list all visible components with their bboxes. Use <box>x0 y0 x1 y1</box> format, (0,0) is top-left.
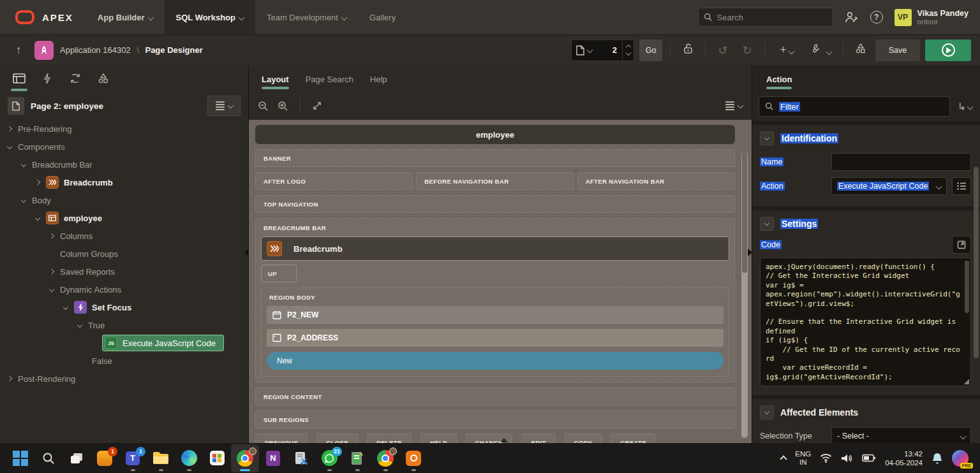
button-copy[interactable]: COPY <box>565 433 602 443</box>
tree-node-false[interactable]: False <box>0 352 248 370</box>
breadcrumb-app[interactable]: Application 164302 <box>60 45 131 55</box>
tree-menu-button[interactable] <box>207 96 241 116</box>
chrome-active-button[interactable] <box>231 444 259 472</box>
tab-page-shared-components[interactable] <box>92 66 115 91</box>
notification-bell-icon[interactable] <box>932 452 943 465</box>
go-button[interactable]: Go <box>639 40 662 61</box>
slot-region-content[interactable]: REGION CONTENT <box>255 388 735 405</box>
code-editor[interactable]: apex.jQuery(document).ready(function() {… <box>760 258 971 386</box>
page-region-header[interactable]: employee <box>255 125 735 144</box>
tree-node-set-focus[interactable]: Set Focus <box>0 298 248 316</box>
tree-node-post-rendering[interactable]: Post-Rendering <box>0 370 248 388</box>
property-filter-input[interactable]: Filter <box>759 96 950 117</box>
start-button[interactable] <box>6 444 34 472</box>
tree-node-components[interactable]: Components <box>0 138 248 156</box>
go-to-selection-button[interactable]: ↳ <box>958 101 972 113</box>
slot-region-body[interactable]: REGION BODY P2_NEW P2_ADDRESS New <box>261 287 729 377</box>
undo-icon[interactable]: ↺ <box>713 43 732 57</box>
onenote-button[interactable]: N <box>259 444 287 472</box>
snipping-tool-button[interactable] <box>287 444 315 472</box>
zoom-in-icon[interactable] <box>278 101 288 112</box>
help-icon[interactable]: ? <box>870 11 883 24</box>
taskbar-search[interactable] <box>34 444 63 472</box>
slot-after-logo[interactable]: AFTER LOGO <box>255 172 413 190</box>
tree-node-pre-rendering[interactable]: Pre-Rendering <box>0 120 248 138</box>
file-explorer-button[interactable] <box>147 444 175 472</box>
shared-components-icon[interactable] <box>851 43 870 57</box>
spin-up-icon[interactable] <box>625 45 630 50</box>
volume-icon[interactable] <box>841 453 853 463</box>
green-doc-app-button[interactable] <box>343 444 371 472</box>
clock[interactable]: 13:4204-05-2024 <box>885 449 923 467</box>
tree-node-columns[interactable]: Columns <box>0 227 248 245</box>
new-region-item[interactable]: New <box>267 352 724 370</box>
button-edit[interactable]: EDIT <box>521 433 555 443</box>
user-menu[interactable]: VP Vikas Pandey ontoor <box>895 9 969 26</box>
tab-rendering[interactable] <box>8 66 31 91</box>
copilot-icon[interactable]: PRE <box>952 450 969 467</box>
tab-dynamic-actions[interactable] <box>36 66 59 91</box>
global-search[interactable] <box>698 8 833 27</box>
zoom-out-icon[interactable] <box>258 101 269 112</box>
slot-banner[interactable]: BANNER <box>255 149 735 167</box>
breadcrumb-region[interactable]: Breadcrumb <box>261 236 729 261</box>
property-panel-scrollbar[interactable] <box>974 167 979 358</box>
create-menu-button[interactable]: + <box>773 43 801 57</box>
button-help[interactable]: HELP <box>420 433 457 443</box>
button-previous[interactable]: PREVIOUS <box>255 433 308 443</box>
breadcrumb-entry-up[interactable]: UP <box>261 265 297 282</box>
mail-app-button[interactable]: 1 <box>91 444 119 472</box>
layout-menu-button[interactable] <box>725 96 743 116</box>
battery-icon[interactable] <box>862 454 876 462</box>
quick-pick-button[interactable] <box>952 177 971 195</box>
slot-top-navigation[interactable]: TOP NAVIGATION <box>255 195 735 213</box>
wifi-icon[interactable] <box>820 453 832 463</box>
tab-processing[interactable] <box>64 66 87 91</box>
code-content[interactable]: apex.jQuery(document).ready(function() {… <box>761 258 970 386</box>
utilities-menu-button[interactable] <box>806 43 835 57</box>
tree-node-true[interactable]: True <box>0 316 248 334</box>
button-create[interactable]: CREATE <box>611 433 656 443</box>
nav-gallery[interactable]: Gallery <box>358 0 407 34</box>
application-icon[interactable] <box>34 41 54 60</box>
slot-after-navigation-bar[interactable]: AFTER NAVIGATION BAR <box>577 172 735 190</box>
page-number-stepper[interactable] <box>622 40 634 61</box>
save-button[interactable]: Save <box>875 40 920 61</box>
button-delete[interactable]: DELETE <box>367 433 412 443</box>
collapse-section-button[interactable] <box>760 131 774 145</box>
collapse-section-button[interactable] <box>760 217 774 231</box>
tree-node-dynamic-actions[interactable]: Dynamic Actions <box>0 280 248 298</box>
code-resize-handle[interactable] <box>964 379 969 384</box>
lock-icon[interactable] <box>678 43 697 57</box>
page-item-p2-address[interactable]: P2_ADDRESS <box>267 329 724 347</box>
collapse-section-button[interactable] <box>760 405 774 419</box>
code-scrollbar[interactable] <box>965 261 969 313</box>
tree-node-breadcrumb-bar[interactable]: Breadcrumb Bar <box>0 156 248 173</box>
tree-node-execute-js[interactable]: JS Execute JavaScript Code <box>0 334 248 352</box>
tab-layout[interactable]: Layout <box>262 75 289 92</box>
tree-node-column-groups[interactable]: Column Groups <box>0 245 248 263</box>
name-field[interactable] <box>831 153 971 171</box>
admin-tools-icon[interactable] <box>845 11 859 24</box>
tree-node-saved-reports[interactable]: Saved Reports <box>0 263 248 280</box>
whatsapp-button[interactable]: 21 <box>315 444 343 472</box>
slot-before-navigation-bar[interactable]: BEFORE NAVIGATION BAR <box>416 172 574 190</box>
apex-brand[interactable]: APEX <box>0 0 86 34</box>
slot-breadcrumb-bar[interactable]: BREADCRUMB BAR Breadcrumb UP REGION BODY… <box>255 218 735 382</box>
action-select[interactable]: Execute JavaScript Code <box>831 177 947 195</box>
slot-sub-regions[interactable]: SUB REGIONS <box>255 411 735 428</box>
spin-down-icon[interactable] <box>625 50 630 55</box>
expand-icon[interactable] <box>312 101 322 111</box>
screen-recorder-button[interactable] <box>399 444 427 472</box>
selection-type-select[interactable]: - Select - <box>831 427 971 443</box>
language-indicator[interactable]: ENGIN <box>795 450 811 467</box>
tree-node-employee[interactable]: employee <box>0 209 248 227</box>
edge-button[interactable] <box>175 444 203 472</box>
tab-action[interactable]: Action <box>766 75 792 92</box>
button-close[interactable]: CLOSE <box>316 433 358 443</box>
page-item-p2-new[interactable]: P2_NEW <box>267 306 724 324</box>
run-page-button[interactable] <box>925 40 971 61</box>
tab-help[interactable]: Help <box>370 75 387 92</box>
redo-icon[interactable]: ↻ <box>738 43 757 57</box>
expand-bottom-splitter[interactable] <box>500 438 508 442</box>
